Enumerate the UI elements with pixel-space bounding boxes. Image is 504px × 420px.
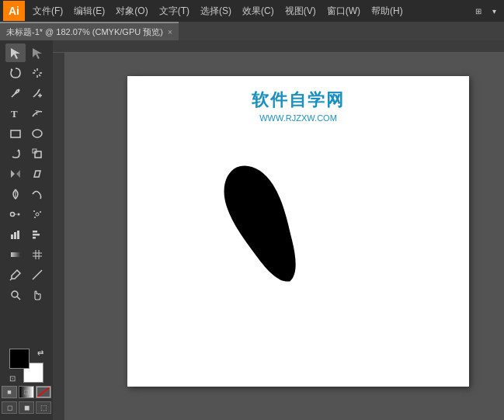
blend-tool[interactable] [5,205,26,224]
chevron-down-icon[interactable]: ▾ [487,4,501,18]
svg-rect-14 [11,130,20,137]
tab-close-button[interactable]: × [168,28,172,36]
svg-line-43 [33,278,34,279]
gradient-tool[interactable] [5,245,26,264]
menu-file[interactable]: 文件(F) [28,2,68,20]
grid-view-button[interactable]: ⊞ [471,4,485,18]
menu-window[interactable]: 窗口(W) [322,2,365,20]
left-toolbar: T T [0,40,53,420]
watermark-line2: WWW.RJZXW.COM [252,113,345,123]
svg-rect-31 [14,232,16,239]
symbol-sprayer-tool[interactable] [27,205,47,224]
reflect-tool[interactable] [5,165,26,183]
column-graph-tool[interactable] [5,225,26,244]
tabbar: 未标题-1* @ 182.07% (CMYK/GPU 预览) × [0,22,504,40]
direct-selection-tool[interactable] [27,43,47,62]
svg-marker-0 [11,48,20,59]
rotate-tool[interactable] [5,144,26,163]
color-area: ⇄ ⊡ ■ □ ◻ ◼ ⬚ [0,345,53,417]
menu-select[interactable]: 选择(S) [196,2,236,20]
rectangle-tool[interactable] [5,124,26,143]
svg-rect-17 [35,151,41,158]
lasso-tool[interactable] [5,64,26,82]
measure-tool[interactable] [27,266,47,284]
svg-point-9 [18,89,20,92]
menu-edit[interactable]: 编辑(E) [69,2,109,20]
svg-rect-34 [33,234,40,236]
svg-rect-32 [17,231,19,239]
svg-marker-21 [34,171,40,177]
watermark-line1: 软件自学网 [252,89,345,112]
ai-logo-icon: Ai [3,1,25,21]
svg-point-28 [40,211,41,213]
svg-point-23 [11,213,15,217]
svg-point-24 [18,213,20,216]
svg-point-44 [12,291,18,297]
swap-colors-icon[interactable]: ⇄ [37,349,43,357]
svg-line-2 [11,69,12,70]
bar-graph-tool[interactable] [27,225,47,244]
svg-line-41 [10,279,12,280]
tab-label: 未标题-1* @ 182.07% (CMYK/GPU 预览) [6,26,163,38]
pen-tool[interactable] [5,84,26,102]
selection-tool[interactable] [5,43,26,62]
zoom-tool[interactable] [5,286,26,304]
shear-tool[interactable] [27,165,47,183]
none-mode-button[interactable] [36,386,51,398]
gradient-mode-button[interactable]: □ [19,386,34,398]
draw-inside-button[interactable]: ⬚ [36,401,51,414]
svg-line-45 [17,297,20,300]
svg-marker-20 [16,170,20,178]
color-mode-button[interactable]: ■ [2,386,17,398]
titlebar: Ai 文件(F) 编辑(E) 对象(O) 文字(T) 选择(S) 效果(C) 视… [0,0,504,22]
svg-point-29 [34,217,36,218]
normal-draw-button[interactable]: ◻ [2,401,17,414]
ruler-top [53,40,504,53]
menu-effect[interactable]: 效果(C) [238,2,279,20]
svg-line-7 [34,70,36,71]
hand-tool[interactable] [27,286,47,304]
menu-type[interactable]: 文字(T) [155,2,194,20]
svg-rect-36 [11,252,20,257]
menu-help[interactable]: 帮助(H) [367,2,408,20]
svg-rect-33 [33,231,37,233]
svg-rect-35 [33,237,36,239]
svg-point-27 [33,210,35,212]
path-type-tool[interactable]: T [27,104,47,123]
menu-bar: 文件(F) 编辑(E) 对象(O) 文字(T) 选择(S) 效果(C) 视图(V… [28,2,471,20]
add-anchor-tool[interactable] [27,84,47,102]
ellipse-tool[interactable] [27,124,47,143]
svg-text:T: T [11,108,18,120]
main-layout: T T [0,40,504,420]
canvas-surface[interactable]: 软件自学网 WWW.RJZXW.COM [65,53,504,420]
eyedropper-tool[interactable] [5,266,26,284]
type-tool[interactable]: T [5,104,26,123]
canvas-area[interactable]: 软件自学网 WWW.RJZXW.COM [53,40,504,420]
color-mode-buttons: ■ □ [2,386,51,398]
artboard[interactable]: 软件自学网 WWW.RJZXW.COM [127,76,469,387]
menu-object[interactable]: 对象(O) [111,2,152,20]
svg-marker-1 [33,48,42,59]
scale-tool[interactable] [27,144,47,163]
fill-color-swatch[interactable] [9,349,30,369]
shoe-shape [221,154,306,296]
svg-line-8 [39,75,40,76]
active-tab[interactable]: 未标题-1* @ 182.07% (CMYK/GPU 预览) × [0,22,179,40]
svg-marker-19 [11,170,15,178]
window-controls: ⊞ ▾ [471,4,501,18]
color-swatches: ⇄ ⊡ [9,349,43,383]
svg-rect-30 [11,234,13,239]
menu-view[interactable]: 视图(V) [280,2,321,20]
svg-text:T: T [35,109,39,116]
svg-point-15 [33,130,42,137]
draw-mode-buttons: ◻ ◼ ⬚ [2,401,51,414]
width-tool[interactable] [5,185,26,203]
mesh-tool[interactable] [27,245,47,264]
draw-behind-button[interactable]: ◼ [19,401,34,414]
svg-point-26 [36,213,39,216]
magic-wand-tool[interactable] [27,64,47,82]
ruler-left [53,53,65,420]
warp-tool[interactable] [27,185,47,203]
svg-marker-16 [17,149,20,151]
reset-colors-icon[interactable]: ⊡ [9,374,16,383]
